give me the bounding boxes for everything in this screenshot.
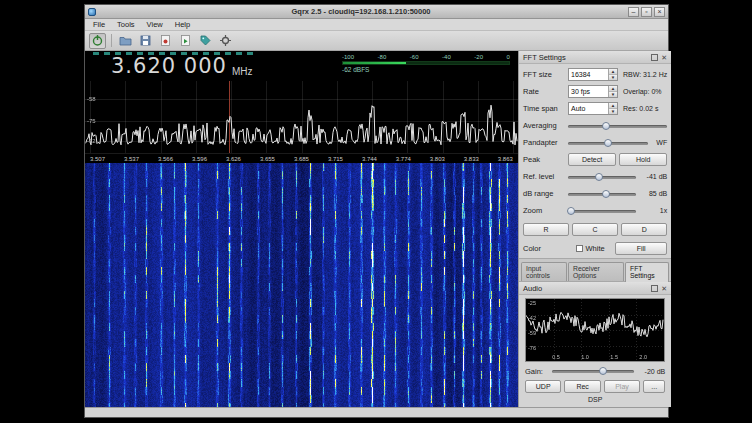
- white-color-checkbox[interactable]: White: [568, 244, 612, 253]
- db-range-value: 85 dB: [639, 190, 667, 197]
- meter-scale: -100 -80 -60 -40 -20 0: [342, 54, 510, 60]
- audio-spectrum-plot: -25 -42 -59 -76 0.5 1.0 1.5 2.0: [525, 298, 665, 362]
- zoom-row: Zoom 1x: [523, 203, 667, 218]
- zoom-slider[interactable]: [568, 205, 636, 217]
- gain-label: Gain:: [525, 367, 549, 376]
- spin-down-icon[interactable]: ▼: [609, 75, 617, 80]
- spin-down-icon[interactable]: ▼: [609, 92, 617, 97]
- slider-handle[interactable]: [595, 173, 603, 181]
- spin-arrows[interactable]: ▲▼: [608, 69, 617, 80]
- display-column: 3.620 000 MHz -100 -80 -60 -40 -20 0: [85, 51, 518, 407]
- udp-button[interactable]: UDP: [525, 380, 561, 393]
- tab-fft-settings[interactable]: FFT Settings: [625, 262, 669, 282]
- waterfall-display[interactable]: [85, 163, 518, 407]
- letterbox-background: Gqrx 2.5 - cloudiq=192.168.1.210:50000 –…: [0, 0, 752, 423]
- rcd-row: R C D: [523, 222, 667, 237]
- slider-handle[interactable]: [599, 367, 607, 375]
- signal-meter: -100 -80 -60 -40 -20 0 -62 dBFS: [342, 54, 510, 73]
- waterfall-canvas[interactable]: [85, 163, 518, 407]
- close-panel-icon[interactable]: ✕: [661, 54, 667, 61]
- slider-handle[interactable]: [604, 139, 612, 147]
- peak-detect-button[interactable]: Detect: [568, 153, 616, 166]
- zoom-reset-button[interactable]: R: [523, 223, 569, 236]
- spectrum-db-label: -58: [87, 96, 96, 102]
- spin-down-icon[interactable]: ▼: [609, 109, 617, 114]
- toolbar-separator: [111, 34, 112, 47]
- audio-body: -25 -42 -59 -76 0.5 1.0 1.5 2.0 Gain: -2…: [519, 295, 671, 407]
- gain-value: -20 dB: [637, 368, 665, 375]
- meter-tick: -80: [378, 54, 387, 60]
- rbw-info: RBW: 31.2 Hz: [623, 71, 667, 78]
- play-iq-button[interactable]: [177, 33, 194, 49]
- dsp-settings-button[interactable]: [217, 33, 234, 49]
- averaging-slider[interactable]: [568, 120, 667, 132]
- close-panel-icon[interactable]: ✕: [661, 285, 667, 292]
- ref-level-value: -41 dB: [639, 173, 667, 180]
- averaging-label: Averaging: [523, 121, 565, 130]
- tab-input-controls[interactable]: Input controls: [521, 262, 567, 281]
- db-range-slider[interactable]: [568, 188, 636, 200]
- pandapter-split-slider[interactable]: [568, 137, 648, 149]
- slider-handle[interactable]: [602, 122, 610, 130]
- audio-db-label: -59: [528, 330, 536, 336]
- minimize-button[interactable]: –: [628, 7, 639, 17]
- float-panel-icon[interactable]: [651, 54, 658, 61]
- gqrx-window: Gqrx 2.5 - cloudiq=192.168.1.210:50000 –…: [84, 4, 669, 418]
- record-iq-button[interactable]: [157, 33, 174, 49]
- zoom-demod-button[interactable]: D: [621, 223, 667, 236]
- slider-handle[interactable]: [602, 190, 610, 198]
- floppy-save-icon: [139, 34, 152, 47]
- dock-tab-bar: Input controls Receiver Options FFT Sett…: [519, 258, 671, 282]
- time-span-label: Time span: [523, 104, 565, 113]
- power-button[interactable]: [89, 33, 106, 49]
- spin-arrows[interactable]: ▲▼: [608, 103, 617, 114]
- rate-value: 30 fps: [569, 86, 608, 97]
- power-icon: [91, 34, 104, 47]
- rate-label: Rate: [523, 87, 565, 96]
- audio-buttons: UDP Rec Play ...: [525, 380, 665, 393]
- frequency-value[interactable]: 3.620 000: [111, 53, 227, 79]
- spectrum-canvas[interactable]: [85, 81, 518, 153]
- meter-tick: -40: [442, 54, 451, 60]
- toolbar: [85, 31, 668, 51]
- rate-spinbox[interactable]: 30 fps ▲▼: [568, 85, 618, 98]
- close-button[interactable]: ×: [654, 7, 665, 17]
- zoom-center-button[interactable]: C: [572, 223, 618, 236]
- spectrum-plot[interactable]: -58 -75 -92: [85, 81, 518, 153]
- menu-file[interactable]: File: [87, 19, 111, 30]
- pandapter-label: Pandapter: [523, 138, 565, 147]
- menu-help[interactable]: Help: [169, 19, 196, 30]
- ref-level-slider[interactable]: [568, 171, 636, 183]
- meter-tick: -20: [474, 54, 483, 60]
- freq-axis-label: 3.863: [498, 156, 513, 162]
- slider-handle[interactable]: [567, 207, 575, 215]
- audio-freq-label: 1.0: [581, 354, 589, 360]
- zoom-value: 1x: [639, 207, 667, 214]
- menu-view[interactable]: View: [141, 19, 169, 30]
- freq-axis-label: 3.744: [362, 156, 377, 162]
- float-panel-icon[interactable]: [651, 285, 658, 292]
- fft-size-row: FFT size 16384 ▲▼ RBW: 31.2 Hz: [523, 67, 667, 82]
- gain-slider[interactable]: [552, 365, 634, 377]
- freq-axis-label: 3.774: [396, 156, 411, 162]
- spin-arrows[interactable]: ▲▼: [608, 86, 617, 97]
- tab-receiver-options[interactable]: Receiver Options: [568, 262, 624, 281]
- open-file-button[interactable]: [117, 33, 134, 49]
- time-span-row: Time span Auto ▲▼ Res: 0.02 s: [523, 101, 667, 116]
- peak-hold-button[interactable]: Hold: [619, 153, 667, 166]
- fft-settings-header: FFT Settings ✕: [519, 51, 671, 64]
- frequency-axis: 3.507 3.537 3.566 3.596 3.626 3.655 3.68…: [85, 153, 518, 163]
- save-file-button[interactable]: [137, 33, 154, 49]
- rec-button[interactable]: Rec: [564, 380, 600, 393]
- more-options-button[interactable]: ...: [643, 380, 665, 393]
- maximize-button[interactable]: ▫: [641, 7, 652, 17]
- play-button[interactable]: Play: [604, 380, 640, 393]
- checkbox-box[interactable]: [576, 245, 583, 252]
- fill-button[interactable]: Fill: [615, 242, 667, 255]
- fft-size-spinbox[interactable]: 16384 ▲▼: [568, 68, 618, 81]
- bookmarks-button[interactable]: [197, 33, 214, 49]
- meter-bar: [342, 61, 510, 65]
- menu-tools[interactable]: Tools: [111, 19, 141, 30]
- meter-tick: 0: [507, 54, 510, 60]
- time-span-spinbox[interactable]: Auto ▲▼: [568, 102, 618, 115]
